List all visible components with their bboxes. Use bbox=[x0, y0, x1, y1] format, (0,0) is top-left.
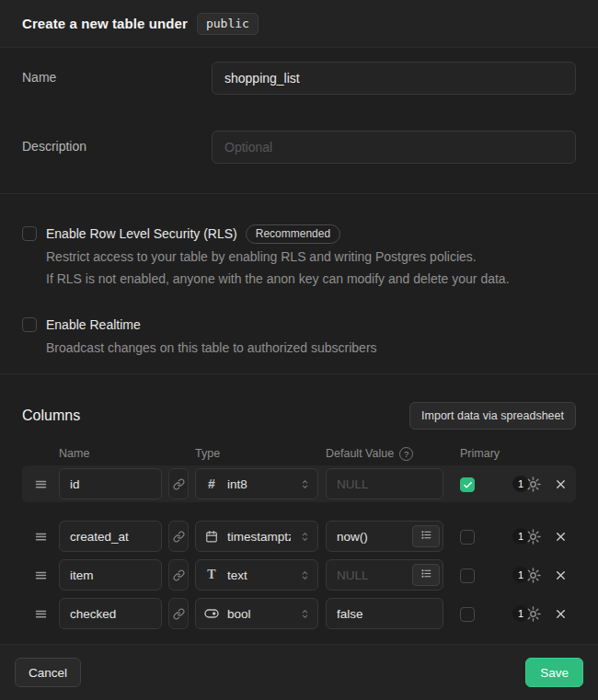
rls-label: Enable Row Level Security (RLS) bbox=[46, 226, 237, 241]
column-row-checked: bool 1 bbox=[22, 598, 576, 629]
description-row: Description bbox=[22, 131, 576, 164]
column-row-created-at: timestamptz 1 bbox=[22, 521, 576, 552]
calendar-icon bbox=[204, 530, 219, 543]
drag-handle-icon[interactable] bbox=[22, 568, 59, 582]
chevron-updown-icon bbox=[299, 608, 311, 620]
column-settings-button[interactable]: 1 bbox=[512, 605, 542, 623]
column-settings-button[interactable]: 1 bbox=[512, 567, 542, 584]
column-row-id: # int8 1 bbox=[22, 465, 576, 502]
chevron-updown-icon bbox=[299, 569, 311, 581]
check-icon bbox=[463, 480, 473, 490]
column-name-input[interactable] bbox=[59, 559, 162, 591]
name-label: Name bbox=[22, 62, 212, 95]
rls-block: Enable Row Level Security (RLS) Recommen… bbox=[22, 224, 576, 290]
dialog-title: Create a new table under bbox=[22, 16, 188, 31]
settings-count-badge: 1 bbox=[512, 605, 529, 622]
columns-section: Columns Import data via spreadsheet Name… bbox=[0, 374, 598, 641]
primary-checkbox[interactable] bbox=[460, 477, 475, 492]
hash-icon: # bbox=[204, 476, 219, 491]
header-name: Name bbox=[59, 447, 195, 460]
settings-count-badge: 1 bbox=[512, 528, 529, 545]
rls-content: Enable Row Level Security (RLS) Recommen… bbox=[46, 224, 510, 290]
recommended-badge: Recommended bbox=[246, 224, 340, 244]
column-type-select[interactable]: bool bbox=[195, 598, 318, 629]
create-table-dialog: Create a new table under public Name Des… bbox=[0, 0, 598, 700]
header-default-value: Default Value bbox=[326, 447, 394, 460]
columns-title: Columns bbox=[22, 407, 80, 424]
column-type-select[interactable]: T text bbox=[195, 559, 318, 591]
column-settings-button[interactable]: 1 bbox=[512, 476, 542, 493]
drag-handle-icon[interactable] bbox=[22, 477, 59, 491]
foreign-key-icon[interactable] bbox=[168, 598, 189, 629]
primary-checkbox[interactable] bbox=[460, 530, 475, 545]
dialog-header: Create a new table under public bbox=[0, 0, 598, 48]
realtime-label: Enable Realtime bbox=[46, 317, 141, 332]
text-icon: T bbox=[204, 568, 219, 582]
help-icon[interactable]: ? bbox=[399, 447, 413, 461]
settings-count-badge: 1 bbox=[512, 567, 529, 583]
realtime-content: Enable Realtime Broadcast changes on thi… bbox=[46, 316, 377, 359]
foreign-key-icon[interactable] bbox=[168, 468, 189, 499]
default-value-input[interactable] bbox=[326, 468, 443, 499]
header-type: Type bbox=[195, 447, 326, 460]
columns-table-headers: Name Type Default Value ? Primary bbox=[22, 446, 576, 461]
primary-checkbox[interactable] bbox=[460, 607, 475, 622]
boolean-icon bbox=[204, 606, 219, 621]
description-label: Description bbox=[22, 131, 212, 164]
chevron-updown-icon bbox=[299, 478, 311, 490]
save-button[interactable]: Save bbox=[525, 658, 583, 687]
default-value-input[interactable] bbox=[326, 598, 443, 629]
remove-column-icon[interactable] bbox=[554, 568, 568, 582]
realtime-checkbox[interactable] bbox=[22, 317, 37, 332]
column-name-input[interactable] bbox=[59, 521, 162, 552]
import-spreadsheet-button[interactable]: Import data via spreadsheet bbox=[409, 402, 576, 430]
rls-checkbox[interactable] bbox=[22, 226, 37, 241]
remove-column-icon[interactable] bbox=[554, 530, 568, 544]
primary-checkbox[interactable] bbox=[460, 568, 475, 583]
foreign-key-icon[interactable] bbox=[168, 521, 189, 552]
default-value-picker-icon[interactable] bbox=[412, 564, 440, 586]
chevron-updown-icon bbox=[299, 531, 311, 543]
default-value-picker-icon[interactable] bbox=[412, 525, 440, 547]
column-row-item: T text 1 bbox=[22, 559, 576, 591]
foreign-key-icon[interactable] bbox=[168, 559, 189, 591]
column-settings-button[interactable]: 1 bbox=[512, 528, 542, 545]
column-type-select[interactable]: timestamptz bbox=[195, 521, 318, 552]
drag-handle-icon[interactable] bbox=[22, 530, 59, 544]
column-name-input[interactable] bbox=[59, 468, 162, 499]
table-description-input[interactable] bbox=[212, 131, 576, 164]
rls-description: Restrict access to your table by enablin… bbox=[46, 246, 510, 290]
name-row: Name bbox=[22, 62, 576, 95]
settings-count-badge: 1 bbox=[512, 476, 529, 492]
column-name-input[interactable] bbox=[59, 598, 162, 629]
options-section: Enable Row Level Security (RLS) Recommen… bbox=[0, 194, 598, 373]
header-primary: Primary bbox=[460, 447, 500, 460]
remove-column-icon[interactable] bbox=[554, 477, 568, 491]
dialog-footer: Cancel Save bbox=[0, 644, 598, 700]
basic-form-section: Name Description bbox=[0, 48, 598, 193]
cancel-button[interactable]: Cancel bbox=[15, 658, 81, 687]
column-type-select[interactable]: # int8 bbox=[195, 468, 318, 499]
realtime-block: Enable Realtime Broadcast changes on thi… bbox=[22, 316, 576, 359]
drag-handle-icon[interactable] bbox=[22, 607, 59, 621]
schema-badge: public bbox=[197, 13, 259, 35]
table-name-input[interactable] bbox=[212, 62, 576, 95]
realtime-description: Broadcast changes on this table to autho… bbox=[46, 337, 377, 359]
remove-column-icon[interactable] bbox=[554, 607, 568, 621]
